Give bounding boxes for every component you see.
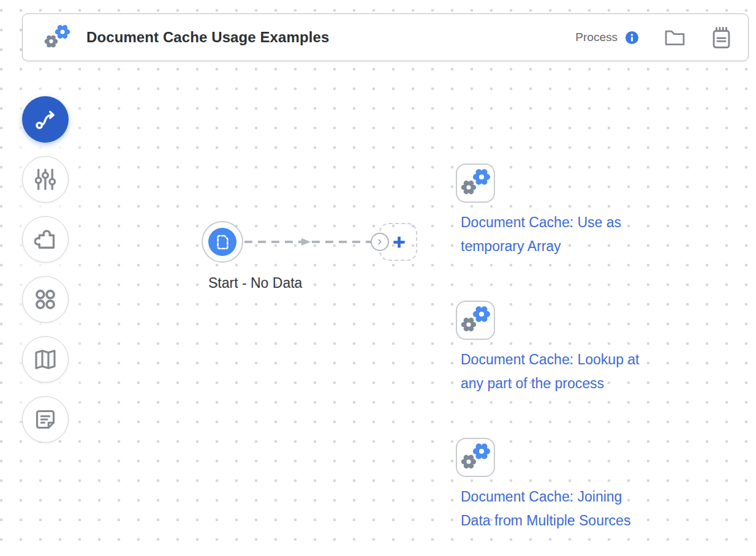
example-item: Document Cache: Joining Data from Multip… [456,438,689,533]
gear-blue-icon [472,168,491,186]
route-icon [34,108,56,130]
plus-icon[interactable] [392,235,406,249]
gear-blue-icon [472,305,491,323]
grid-dots-icon [34,288,56,310]
start-node[interactable] [202,221,243,263]
map-tool-button[interactable] [22,336,69,383]
map-icon [34,348,56,370]
example-link[interactable]: Document Cache: Lookup at any part of th… [461,348,689,396]
example-item: Document Cache: Use as temporary Array [456,163,689,258]
process-title: Document Cache Usage Examples [86,29,329,46]
example-item: Document Cache: Lookup at any part of th… [456,301,689,396]
start-node-document-icon [208,228,236,256]
shapes-tool-button[interactable] [22,276,69,323]
connector-endpoint[interactable] [371,233,389,251]
connector-line [242,230,374,254]
route-tool-button[interactable] [22,96,69,143]
sliders-icon [34,168,56,190]
notes-tool-button[interactable] [22,396,69,443]
process-type-label: Process [575,31,618,44]
chevron-right-icon [375,237,385,247]
example-link[interactable]: Document Cache: Joining Data from Multip… [461,485,689,533]
puzzle-icon [34,228,56,250]
note-icon [34,408,56,430]
folder-icon[interactable] [665,28,685,48]
document-cache-shape[interactable] [456,438,495,477]
process-gears-icon [42,20,73,54]
example-link[interactable]: Document Cache: Use as temporary Array [461,211,689,258]
process-titlebar: Document Cache Usage Examples Process [22,13,749,61]
extensions-tool-button[interactable] [22,216,69,263]
adjustments-tool-button[interactable] [22,156,69,203]
tool-palette [22,96,69,456]
notepad-icon[interactable] [711,26,732,49]
start-node-label: Start - No Data [208,275,302,291]
info-icon[interactable] [625,31,639,45]
document-cache-shape[interactable] [456,163,495,203]
document-cache-shape[interactable] [456,301,495,340]
process-canvas[interactable]: Document Cache Usage Examples Process [0,0,756,556]
gear-blue-icon [472,442,491,460]
